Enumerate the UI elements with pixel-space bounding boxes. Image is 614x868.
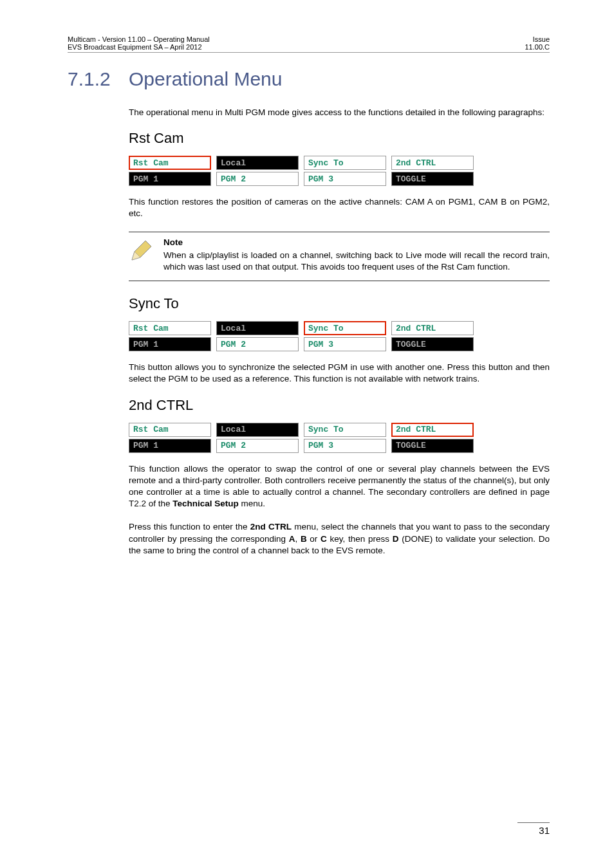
secondctrl-cell-2ndctrl: 2nd CTRL [391,423,474,437]
rstcam-text: This function restores the position of c… [129,196,550,219]
rstcam-cell-pgm2: PGM 2 [216,172,299,186]
text-span: or [307,534,321,544]
secondctrl-menu: Rst Cam Local Sync To 2nd CTRL PGM 1 PGM… [129,423,550,453]
text-span: key, then press [327,534,393,544]
text-span: Press this function to enter the [129,522,250,531]
secondctrl-cell-pgm3: PGM 3 [304,439,386,453]
header-right-line1: Issue [525,35,550,43]
syncto-cell-local: Local [216,321,299,335]
rstcam-cell-local: Local [216,156,299,170]
rstcam-cell-toggle: TOGGLE [391,172,474,186]
secondctrl-cell-local: Local [216,423,299,437]
intro-paragraph: The operational menu in Multi PGM mode g… [129,107,550,118]
section-number: 7.1.2 [68,68,129,90]
syncto-cell-pgm1: PGM 1 [129,337,211,351]
syncto-cell-rstcam: Rst Cam [129,321,211,335]
bold-span: 2nd CTRL [250,522,292,531]
header-left-line2: EVS Broadcast Equipment SA – April 2012 [68,43,210,51]
rstcam-menu: Rst Cam Local Sync To 2nd CTRL PGM 1 PGM… [129,156,550,186]
rstcam-heading: Rst Cam [129,130,550,147]
text-span: menu. [239,499,265,508]
syncto-cell-toggle: TOGGLE [391,337,474,351]
syncto-cell-syncto: Sync To [304,321,386,335]
pencil-icon [129,237,154,273]
page-header: Multicam - Version 11.00 – Operating Man… [68,35,550,53]
text-span: , [295,534,300,544]
secondctrl-cell-syncto: Sync To [304,423,386,437]
secondctrl-para2: Press this function to enter the 2nd CTR… [129,521,550,557]
syncto-menu: Rst Cam Local Sync To 2nd CTRL PGM 1 PGM… [129,321,550,351]
note-block: Note When a clip/playlist is loaded on a… [129,232,550,281]
syncto-text: This button allows you to synchronize th… [129,362,550,385]
secondctrl-cell-rstcam: Rst Cam [129,423,211,437]
syncto-heading: Sync To [129,295,550,312]
secondctrl-cell-pgm2: PGM 2 [216,439,299,453]
rstcam-cell-pgm3: PGM 3 [304,172,386,186]
secondctrl-cell-pgm1: PGM 1 [129,439,211,453]
section-title: Operational Menu [129,68,282,90]
secondctrl-cell-toggle: TOGGLE [391,439,474,453]
rstcam-cell-syncto: Sync To [304,156,386,170]
syncto-cell-pgm2: PGM 2 [216,337,299,351]
note-text: When a clip/playlist is loaded on a chan… [163,250,550,273]
rstcam-cell-2ndctrl: 2nd CTRL [391,156,474,170]
rstcam-cell-pgm1: PGM 1 [129,172,211,186]
syncto-cell-pgm3: PGM 3 [304,337,386,351]
header-left-line1: Multicam - Version 11.00 – Operating Man… [68,35,210,43]
secondctrl-heading: 2nd CTRL [129,397,550,414]
bold-span: A [289,534,295,544]
bold-span: D [393,534,399,544]
header-right-line2: 11.00.C [525,43,550,51]
syncto-cell-2ndctrl: 2nd CTRL [391,321,474,335]
rstcam-cell-rstcam: Rst Cam [129,156,211,170]
page-number: 31 [517,822,550,836]
bold-span: C [321,534,327,544]
bold-span: Technical Setup [172,499,239,508]
bold-span: B [301,534,307,544]
secondctrl-para1: This function allows the operator to swa… [129,463,550,510]
note-title: Note [163,237,550,247]
